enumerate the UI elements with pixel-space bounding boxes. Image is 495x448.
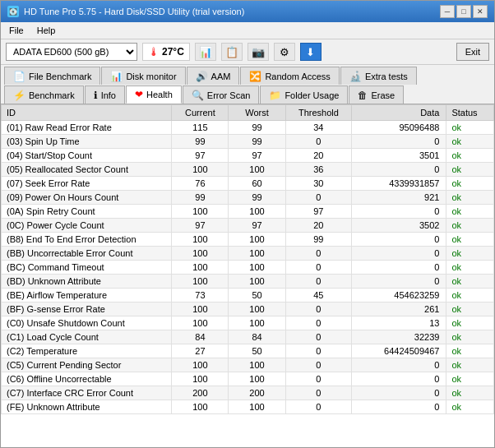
table-row: (07) Seek Error Rate 76 60 30 4339931857…: [2, 177, 494, 191]
close-button[interactable]: ✕: [473, 5, 488, 18]
cell-threshold: 99: [285, 233, 352, 247]
cell-data: 0: [352, 163, 446, 177]
table-row: (C2) Temperature 27 50 0 64424509467 ok: [2, 344, 494, 358]
toolbar-btn-1[interactable]: 📊: [195, 43, 216, 61]
cell-id: (C7) Interface CRC Error Count: [2, 386, 172, 400]
tab-disk-monitor-label: Disk monitor: [126, 72, 176, 81]
tab-extra-tests[interactable]: 🔬 Extra tests: [340, 67, 417, 85]
window-title: HD Tune Pro 5.75 - Hard Disk/SSD Utility…: [24, 7, 244, 16]
cell-status: ok: [446, 303, 494, 316]
cell-id: (C5) Current Pending Sector: [2, 358, 172, 372]
temperature-value: 27°C: [162, 46, 184, 58]
random-access-icon: 🔀: [249, 71, 261, 82]
table-header-row: ID Current Worst Threshold Data Status: [2, 105, 494, 121]
tab-random-access[interactable]: 🔀 Random Access: [240, 67, 339, 85]
table-row: (0A) Spin Retry Count 100 100 97 0 ok: [2, 205, 494, 219]
menu-help[interactable]: Help: [32, 24, 61, 37]
cell-worst: 99: [229, 191, 285, 205]
toolbar: ADATA ED600 (500 gB) 🌡 27°C 📊 📋 📷 ⚙ ⬇ Ex…: [1, 39, 494, 65]
table-row: (09) Power On Hours Count 99 99 0 921 ok: [2, 191, 494, 205]
cell-status: ok: [446, 233, 494, 247]
tab-disk-monitor[interactable]: 📊 Disk monitor: [101, 67, 185, 85]
table-row: (BE) Airflow Temperature 73 50 45 454623…: [2, 289, 494, 303]
cell-id: (FE) Unknown Attribute: [2, 400, 172, 414]
cell-status: ok: [446, 177, 494, 191]
main-window: 💽 HD Tune Pro 5.75 - Hard Disk/SSD Utili…: [0, 0, 495, 448]
cell-worst: 200: [229, 386, 285, 400]
tab-benchmark-label: Benchmark: [29, 90, 75, 100]
tab-benchmark[interactable]: ⚡ Benchmark: [4, 85, 84, 104]
cell-id: (BE) Airflow Temperature: [2, 289, 172, 303]
cell-status: ok: [446, 205, 494, 219]
tab-folder-usage[interactable]: 📁 Folder Usage: [260, 85, 348, 104]
cell-worst: 100: [229, 372, 285, 386]
exit-button[interactable]: Exit: [456, 43, 489, 61]
maximize-button[interactable]: □: [456, 5, 471, 18]
menu-bar: File Help: [1, 22, 494, 39]
toolbar-btn-2[interactable]: 📋: [221, 43, 243, 61]
cell-threshold: 97: [285, 205, 352, 219]
tab-erase-label: Erase: [371, 90, 395, 100]
table-row: (B8) End To End Error Detection 100 100 …: [2, 233, 494, 247]
drive-selector[interactable]: ADATA ED600 (500 gB): [6, 43, 137, 61]
cell-worst: 100: [229, 233, 285, 247]
header-id: ID: [2, 105, 172, 121]
cell-data: 0: [352, 386, 446, 400]
tab-health[interactable]: ❤ Health: [126, 85, 182, 104]
cell-current: 99: [172, 191, 229, 205]
window-controls: ─ □ ✕: [440, 5, 488, 18]
toolbar-btn-4[interactable]: ⚙: [274, 43, 295, 61]
cell-current: 100: [172, 247, 229, 261]
menu-file[interactable]: File: [4, 24, 29, 37]
cell-id: (07) Seek Error Rate: [2, 177, 172, 191]
cell-worst: 50: [229, 289, 285, 303]
toolbar-btn-5[interactable]: ⬇: [300, 43, 322, 61]
title-bar-left: 💽 HD Tune Pro 5.75 - Hard Disk/SSD Utili…: [7, 6, 244, 17]
app-icon: 💽: [7, 6, 19, 17]
header-current: Current: [172, 105, 229, 121]
tab-aam[interactable]: 🔊 AAM: [187, 67, 240, 85]
cell-data: 64424509467: [352, 344, 446, 358]
cell-id: (B8) End To End Error Detection: [2, 233, 172, 247]
cell-current: 200: [172, 386, 229, 400]
tab-info[interactable]: ℹ Info: [85, 85, 125, 104]
tab-error-scan[interactable]: 🔍 Error Scan: [183, 85, 260, 104]
cell-worst: 60: [229, 177, 285, 191]
cell-current: 115: [172, 121, 229, 135]
cell-id: (C6) Offline Uncorrectable: [2, 372, 172, 386]
cell-status: ok: [446, 400, 494, 414]
table-row: (C7) Interface CRC Error Count 200 200 0…: [2, 386, 494, 400]
cell-status: ok: [446, 149, 494, 163]
cell-threshold: 0: [285, 261, 352, 275]
cell-data: 0: [352, 233, 446, 247]
cell-current: 100: [172, 303, 229, 316]
cell-current: 100: [172, 275, 229, 289]
cell-threshold: 30: [285, 177, 352, 191]
tab-erase[interactable]: 🗑 Erase: [349, 85, 404, 104]
cell-worst: 100: [229, 163, 285, 177]
table-row: (03) Spin Up Time 99 99 0 0 ok: [2, 135, 494, 149]
tab-file-benchmark[interactable]: 📄 File Benchmark: [4, 67, 100, 85]
tab-file-benchmark-label: File Benchmark: [29, 72, 91, 81]
tabs-row2: ⚡ Benchmark ℹ Info ❤ Health 🔍 Error Scan…: [1, 85, 494, 104]
table-row: (C6) Offline Uncorrectable 100 100 0 0 o…: [2, 372, 494, 386]
table-container[interactable]: ID Current Worst Threshold Data Status (…: [1, 104, 494, 447]
cell-id: (BD) Unknown Attribute: [2, 275, 172, 289]
cell-data: 0: [352, 135, 446, 149]
cell-id: (C0) Unsafe Shutdown Count: [2, 316, 172, 330]
cell-current: 84: [172, 330, 229, 344]
tab-info-label: Info: [101, 90, 116, 100]
toolbar-btn-3[interactable]: 📷: [248, 43, 269, 61]
cell-current: 97: [172, 219, 229, 233]
cell-worst: 100: [229, 358, 285, 372]
cell-worst: 100: [229, 205, 285, 219]
cell-threshold: 0: [285, 344, 352, 358]
table-row: (BF) G-sense Error Rate 100 100 0 261 ok: [2, 303, 494, 316]
tab-error-scan-label: Error Scan: [207, 90, 251, 100]
health-icon: ❤: [135, 89, 143, 100]
cell-worst: 97: [229, 149, 285, 163]
cell-worst: 99: [229, 121, 285, 135]
minimize-button[interactable]: ─: [440, 5, 455, 18]
cell-threshold: 0: [285, 191, 352, 205]
table-row: (05) Reallocated Sector Count 100 100 36…: [2, 163, 494, 177]
